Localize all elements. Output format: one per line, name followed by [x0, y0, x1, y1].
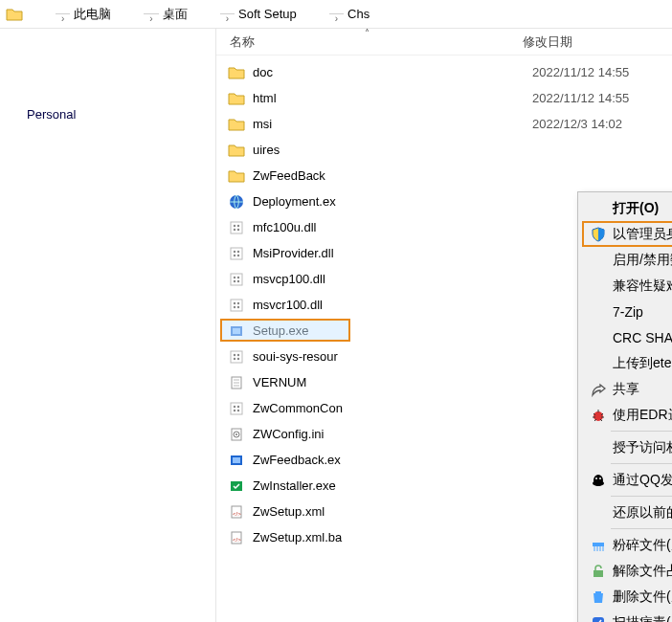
file-row[interactable]: ZwFeedBack — [216, 163, 672, 189]
menu-restore-version[interactable]: 还原以前的版本(V) — [580, 500, 672, 525]
column-header-name[interactable]: 名称 — [216, 33, 523, 51]
ini-icon — [226, 425, 247, 444]
svg-point-9 — [234, 254, 235, 255]
svg-point-4 — [234, 228, 235, 230]
file-name: msi — [253, 117, 532, 131]
file-date: 2022/11/12 14:55 — [532, 91, 629, 105]
nav-item-personal[interactable]: Personal — [0, 103, 215, 125]
nav-tree[interactable]: Personal — [0, 29, 216, 622]
svg-rect-6 — [231, 248, 242, 259]
svg-rect-11 — [231, 274, 242, 285]
xml-icon: </> — [226, 502, 247, 522]
file-name: doc — [253, 65, 532, 79]
folder-icon — [226, 115, 247, 134]
svg-point-15 — [237, 279, 239, 281]
file-name: ZwSetup.xml — [253, 504, 532, 519]
file-row[interactable]: uires — [216, 137, 672, 163]
file-name: msvcr100.dll — [253, 298, 532, 312]
menu-7zip[interactable]: 7-Zip 〉 — [580, 299, 672, 324]
breadcrumb[interactable]: › 此电脑 › 桌面 › Soft Setup › Chs — [0, 0, 672, 29]
folder-icon — [226, 141, 247, 160]
menu-run-as-admin[interactable]: 以管理员身份运行(A) — [580, 221, 672, 247]
sort-ascending-icon: ˄ — [365, 28, 370, 38]
svg-point-47 — [595, 478, 597, 479]
bug-icon — [588, 408, 609, 423]
menu-delete[interactable]: 删除文件(腾讯电脑管家) — [580, 584, 672, 610]
menu-edr-scan[interactable]: 使用EDR进行扫描 — [580, 402, 672, 428]
menu-qq-send[interactable]: 通过QQ发送到 〉 — [580, 467, 672, 493]
breadcrumb-item[interactable]: 桌面 — [161, 6, 190, 23]
svg-point-20 — [237, 305, 239, 307]
column-header-date[interactable]: 修改日期 — [523, 33, 572, 51]
menu-open[interactable]: 打开(O) — [580, 195, 672, 221]
chevron-right-icon: › — [220, 13, 235, 14]
exe2-icon — [226, 477, 247, 496]
dll-icon — [226, 244, 247, 263]
menu-toggle-signature[interactable]: 启用/禁用数字签名图标 — [580, 247, 672, 273]
file-date: 2022/12/3 14:02 — [532, 117, 622, 131]
qq-icon — [588, 473, 609, 488]
file-row[interactable]: html2022/11/12 14:55 — [216, 85, 672, 111]
menu-separator — [611, 528, 672, 529]
menu-release-lock[interactable]: 解除文件占用(腾讯电脑管家) — [580, 558, 672, 584]
svg-point-8 — [237, 250, 239, 252]
folder-icon — [4, 6, 25, 23]
file-row[interactable]: doc2022/11/12 14:55 — [216, 59, 672, 85]
menu-separator — [611, 431, 672, 432]
svg-point-30 — [234, 405, 235, 407]
svg-point-46 — [593, 480, 604, 486]
svg-point-48 — [599, 478, 601, 479]
svg-point-18 — [237, 301, 239, 303]
context-menu: 打开(O) 以管理员身份运行(A) 启用/禁用数字签名图标 兼容性疑难解答(Y)… — [577, 191, 672, 622]
file-date: 2022/11/12 14:55 — [532, 65, 629, 79]
file-name: html — [253, 91, 532, 105]
xml-icon: </> — [226, 528, 247, 547]
file-row[interactable]: msi2022/12/3 14:02 — [216, 111, 672, 137]
chevron-right-icon: › — [329, 13, 344, 14]
unlock-icon — [588, 564, 609, 579]
svg-point-25 — [237, 353, 239, 355]
folder-icon — [226, 167, 247, 186]
menu-compat[interactable]: 兼容性疑难解答(Y) — [580, 273, 672, 299]
svg-rect-23 — [231, 351, 242, 363]
menu-virus-scan[interactable]: 扫描病毒(腾讯电脑管家) — [580, 610, 672, 622]
menu-grant-access[interactable]: 授予访问权限(G) 〉 — [580, 434, 672, 460]
dll-icon — [226, 218, 247, 237]
svg-rect-16 — [231, 300, 242, 311]
menu-share[interactable]: 共享 — [580, 376, 672, 402]
svg-point-24 — [234, 353, 235, 355]
file-name: msvcp100.dll — [253, 272, 532, 286]
file-name: VERNUM — [253, 375, 532, 389]
svg-point-31 — [237, 405, 239, 407]
svg-rect-1 — [231, 222, 242, 233]
shield-icon — [588, 227, 609, 242]
file-name: ZwCommonCon — [253, 401, 532, 415]
svg-point-26 — [234, 357, 235, 359]
svg-rect-51 — [595, 591, 601, 593]
exe-icon — [226, 451, 247, 470]
file-name: ZwFeedback.ex — [253, 453, 532, 467]
svg-point-32 — [234, 409, 235, 411]
svg-point-36 — [235, 433, 237, 435]
menu-shred[interactable]: 粉碎文件(腾讯电脑管家) — [580, 532, 672, 558]
svg-rect-52 — [593, 617, 604, 623]
svg-point-7 — [234, 250, 235, 252]
shredder-icon — [588, 538, 609, 553]
svg-point-13 — [237, 276, 239, 278]
file-name: MsiProvider.dll — [253, 246, 532, 260]
breadcrumb-item[interactable]: Chs — [346, 7, 371, 21]
breadcrumb-item[interactable]: Soft Setup — [236, 7, 299, 21]
svg-point-44 — [594, 411, 603, 421]
file-name: ZWConfig.ini — [253, 427, 532, 441]
svg-point-17 — [234, 301, 235, 303]
svg-text:</>: </> — [233, 537, 241, 543]
menu-upload-eteams[interactable]: 上传到eteams — [580, 350, 672, 376]
svg-rect-50 — [594, 570, 603, 577]
breadcrumb-item[interactable]: 此电脑 — [72, 6, 113, 23]
menu-crc-sha[interactable]: CRC SHA 〉 — [580, 324, 672, 350]
dll-icon — [226, 270, 247, 289]
chevron-right-icon: › — [144, 13, 158, 14]
column-header-row: ˄ 名称 修改日期 — [216, 29, 672, 56]
exe-icon — [226, 322, 247, 341]
menu-separator — [611, 496, 672, 497]
